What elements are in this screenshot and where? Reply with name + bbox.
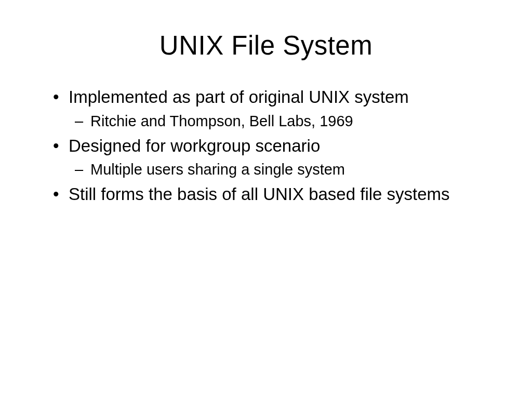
bullet-text: Designed for workgroup scenario bbox=[69, 136, 320, 155]
bullet-item: Still forms the basis of all UNIX based … bbox=[47, 183, 485, 206]
slide-container: UNIX File System Implemented as part of … bbox=[0, 0, 532, 399]
bullet-text: Still forms the basis of all UNIX based … bbox=[69, 184, 450, 204]
sub-bullet-list: Ritchie and Thompson, Bell Labs, 1969 bbox=[69, 111, 485, 131]
sub-bullet-item: Ritchie and Thompson, Bell Labs, 1969 bbox=[69, 111, 485, 131]
sub-bullet-list: Multiple users sharing a single system bbox=[69, 159, 485, 180]
bullet-text: Implemented as part of original UNIX sys… bbox=[69, 87, 409, 107]
sub-bullet-text: Ritchie and Thompson, Bell Labs, 1969 bbox=[90, 113, 353, 129]
sub-bullet-item: Multiple users sharing a single system bbox=[69, 159, 485, 180]
slide-content: Implemented as part of original UNIX sys… bbox=[47, 86, 485, 206]
slide-title: UNIX File System bbox=[47, 30, 485, 61]
bullet-list: Implemented as part of original UNIX sys… bbox=[47, 86, 485, 206]
bullet-item: Implemented as part of original UNIX sys… bbox=[47, 86, 485, 131]
sub-bullet-text: Multiple users sharing a single system bbox=[90, 161, 345, 178]
bullet-item: Designed for workgroup scenario Multiple… bbox=[47, 135, 485, 180]
